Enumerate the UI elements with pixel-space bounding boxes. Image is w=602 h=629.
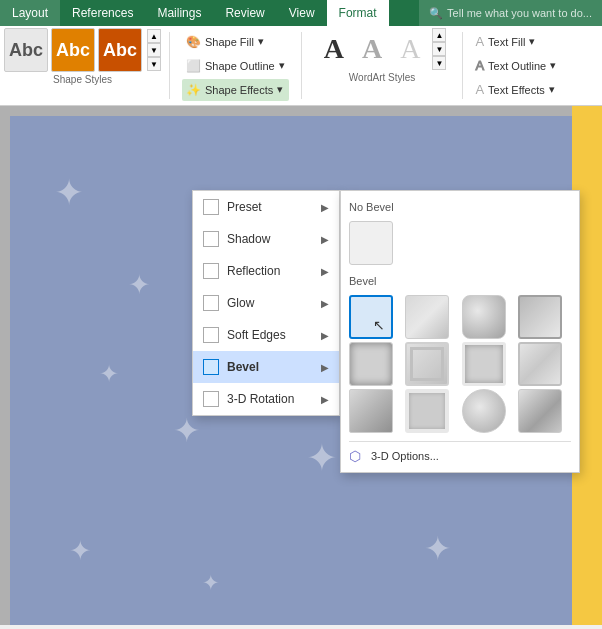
shape-style-3[interactable]: Abc (98, 28, 142, 72)
wordart-style-1[interactable]: A (318, 31, 350, 67)
bevel-cross[interactable] (462, 295, 506, 339)
effects-dropdown-icon: ▾ (277, 83, 283, 96)
shape-scroll: ▲ ▼ ▼ (147, 29, 161, 71)
shape-effects-btn[interactable]: ✨ Shape Effects ▾ (182, 79, 289, 101)
shape-effects-col: 🎨 Shape Fill ▾ ⬜ Shape Outline ▾ ✨ Shape… (178, 28, 293, 103)
wordart-label: WordArt Styles (349, 72, 416, 83)
fill-dropdown-icon: ▾ (258, 35, 264, 48)
soft-edges-arrow: ▶ (321, 330, 329, 341)
glow-label: Glow (227, 296, 254, 310)
text-fill-arrow: ▾ (529, 35, 535, 48)
wordart-scroll-up[interactable]: ▲ (432, 28, 446, 42)
shape-styles-group: Abc Abc Abc ▲ ▼ ▼ Shape Styles (4, 28, 161, 103)
text-fill-btn[interactable]: A Text Fill ▾ (471, 31, 560, 53)
menu-item-rotation[interactable]: 3-D Rotation ▶ (193, 383, 339, 415)
menu-item-soft-edges[interactable]: Soft Edges ▶ (193, 319, 339, 351)
shadow-label: Shadow (227, 232, 270, 246)
menu-item-reflection[interactable]: Reflection ▶ (193, 255, 339, 287)
ribbon-search-area: 🔍 Tell me what you want to do... (419, 0, 602, 26)
menu-item-shadow[interactable]: Shadow ▶ (193, 223, 339, 255)
shape-styles-label: Shape Styles (53, 74, 112, 85)
tab-references[interactable]: References (60, 0, 145, 26)
3d-options-icon: ⬡ (349, 448, 365, 464)
preset-label: Preset (227, 200, 262, 214)
menu-item-bevel[interactable]: Bevel ▶ (193, 351, 339, 383)
text-effects-icon: A (475, 82, 484, 97)
svg-text:✦: ✦ (306, 436, 338, 479)
3d-options-footer[interactable]: ⬡ 3-D Options... (349, 441, 571, 464)
scroll-expand-btn[interactable]: ▼ (147, 57, 161, 71)
search-icon: 🔍 (429, 7, 443, 20)
wordart-group: A A A ▲ ▼ ▼ WordArt Styles (310, 28, 455, 103)
ribbon-tabs: Layout References Mailings Review View F… (0, 0, 602, 26)
main-content: ✦ ✦ ✦ ✦ ✦ ✦ ✦ ✦ ✦ ✦ ✦ ✦ ✦ ✦ Preset ▶ (0, 106, 602, 625)
search-placeholder: Tell me what you want to do... (447, 7, 592, 19)
svg-text:✦: ✦ (54, 173, 84, 213)
rotation-arrow: ▶ (321, 394, 329, 405)
scroll-down-btn[interactable]: ▼ (147, 43, 161, 57)
shape-fill-btn[interactable]: 🎨 Shape Fill ▾ (182, 31, 289, 53)
tab-mailings[interactable]: Mailings (145, 0, 213, 26)
wordart-style-3[interactable]: A (394, 31, 426, 67)
tab-layout[interactable]: Layout (0, 0, 60, 26)
menu-item-glow[interactable]: Glow ▶ (193, 287, 339, 319)
bevel-slope[interactable] (518, 389, 562, 433)
divider-2 (301, 32, 302, 99)
scroll-up-btn[interactable]: ▲ (147, 29, 161, 43)
bevel-convex[interactable] (462, 389, 506, 433)
bevel-submenu: No Bevel Bevel ↖ ⬡ 3-D Options (340, 190, 580, 473)
rotation-label: 3-D Rotation (227, 392, 294, 406)
wordart-style-2[interactable]: A (356, 31, 388, 67)
svg-text:✦: ✦ (424, 531, 452, 567)
bevel-none[interactable] (349, 221, 393, 265)
text-fill-icon: A (475, 34, 484, 49)
rotation-checkbox (203, 391, 219, 407)
wordart-scroll-down[interactable]: ▼ (432, 42, 446, 56)
bevel-art-deco[interactable] (405, 389, 449, 433)
bevel-riblet[interactable] (518, 342, 562, 386)
wordart-scroll-expand[interactable]: ▼ (432, 56, 446, 70)
reflection-label: Reflection (227, 264, 280, 278)
shape-effects-menu: Preset ▶ Shadow ▶ Reflection ▶ Glow ▶ So… (192, 190, 340, 416)
cursor-pointer: ↖ (373, 317, 385, 333)
shape-style-1[interactable]: Abc (4, 28, 48, 72)
bevel-label: Bevel (227, 360, 259, 374)
shape-style-buttons: Abc Abc Abc ▲ ▼ ▼ (4, 28, 161, 72)
svg-text:✦: ✦ (69, 536, 92, 566)
svg-text:✦: ✦ (173, 413, 201, 449)
bevel-arrow: ▶ (321, 362, 329, 373)
svg-text:✦: ✦ (128, 270, 151, 300)
bevel-divot2[interactable] (462, 342, 506, 386)
text-outline-arrow: ▾ (550, 59, 556, 72)
menu-item-preset[interactable]: Preset ▶ (193, 191, 339, 223)
bevel-angle[interactable] (349, 342, 393, 386)
shadow-checkbox (203, 231, 219, 247)
preset-checkbox (203, 199, 219, 215)
tab-view[interactable]: View (277, 0, 327, 26)
bevel-hard-edge[interactable] (349, 389, 393, 433)
divider-3 (462, 32, 463, 99)
no-bevel-grid (349, 221, 571, 265)
shape-outline-btn[interactable]: ⬜ Shape Outline ▾ (182, 55, 289, 77)
shape-style-2[interactable]: Abc (51, 28, 95, 72)
text-outline-btn[interactable]: A Text Outline ▾ (471, 55, 560, 77)
fill-icon: 🎨 (186, 35, 201, 49)
bevel-circle[interactable]: ↖ (349, 295, 393, 339)
text-effects-col: A Text Fill ▾ A Text Outline ▾ A Text Ef… (471, 28, 560, 103)
bevel-grid: ↖ (349, 295, 571, 433)
tab-review[interactable]: Review (213, 0, 276, 26)
soft-edges-label: Soft Edges (227, 328, 286, 342)
tab-format[interactable]: Format (327, 0, 389, 26)
wordart-scroll: ▲ ▼ ▼ (432, 28, 446, 70)
glow-checkbox (203, 295, 219, 311)
svg-text:✦: ✦ (99, 361, 119, 387)
bevel-soft-round[interactable] (405, 342, 449, 386)
bevel-title: Bevel (349, 273, 571, 289)
glow-arrow: ▶ (321, 298, 329, 309)
bevel-relaxed-inset[interactable] (405, 295, 449, 339)
svg-text:✦: ✦ (202, 571, 220, 594)
bevel-cool-slant[interactable] (518, 295, 562, 339)
no-bevel-title: No Bevel (349, 199, 571, 215)
preset-arrow: ▶ (321, 202, 329, 213)
text-effects-btn[interactable]: A Text Effects ▾ (471, 79, 560, 101)
